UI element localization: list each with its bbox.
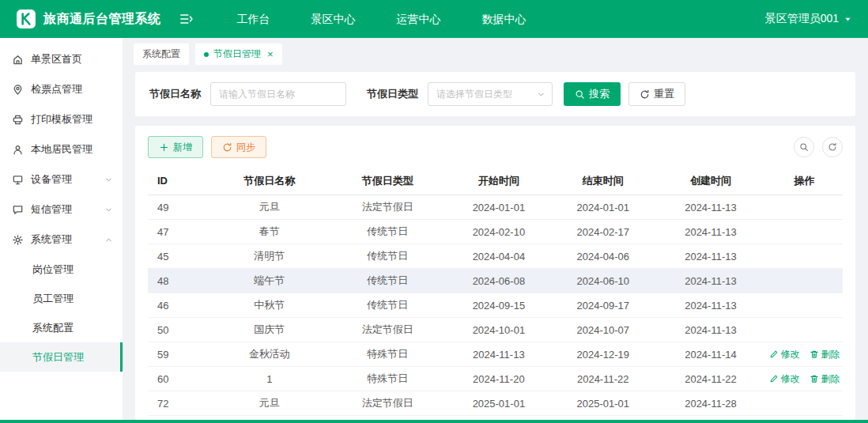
cell-id: 46 — [148, 300, 210, 312]
nav-item-2[interactable]: 景区中心 — [291, 0, 376, 38]
user-name: 景区管理员001 — [765, 12, 839, 26]
sidebar-menu: 单景区首页检票点管理打印模板管理本地居民管理设备管理短信管理系统管理岗位管理员工… — [0, 44, 123, 372]
holiday-name-input[interactable] — [210, 82, 346, 106]
sidebar-item[interactable]: 系统管理 — [0, 225, 123, 255]
cell-name: 元旦 — [210, 396, 328, 410]
edit-link-label: 修改 — [781, 372, 800, 386]
cell-id: 60 — [148, 373, 210, 385]
tab-bar: 系统配置节假日管理× — [123, 38, 868, 68]
table-row: 47春节传统节日2024-02-102024-02-172024-11-13 — [148, 220, 843, 244]
chevron-down-icon — [104, 176, 113, 184]
holiday-type-select[interactable]: 请选择节假日类型 — [428, 82, 553, 106]
cell-name: 端午节 — [210, 274, 328, 288]
delete-link[interactable]: 删除 — [810, 372, 840, 386]
sidebar: 单景区首页检票点管理打印模板管理本地居民管理设备管理短信管理系统管理岗位管理员工… — [0, 38, 123, 420]
table-row: 49元旦法定节假日2024-01-012024-01-012024-11-13 — [148, 195, 843, 220]
cell-name: 国庆节 — [210, 323, 328, 337]
cell-created: 2024-11-22 — [655, 373, 767, 385]
cell-start: 2024-06-08 — [447, 275, 551, 287]
menu-collapse-icon[interactable] — [179, 12, 193, 26]
bottom-accent-bar — [0, 420, 868, 423]
table-search-button[interactable] — [794, 137, 814, 157]
cell-type: 传统节日 — [329, 274, 447, 288]
search-icon — [799, 142, 809, 152]
sidebar-item-label: 单景区首页 — [31, 52, 113, 66]
cell-id: 50 — [148, 324, 210, 336]
cell-id: 48 — [148, 275, 210, 287]
cell-end: 2024-04-06 — [551, 251, 655, 262]
sidebar-item[interactable]: 短信管理 — [0, 195, 123, 225]
cell-start: 2024-04-04 — [447, 251, 551, 262]
sidebar-item[interactable]: 打印模板管理 — [0, 104, 123, 134]
cell-id: 49 — [148, 202, 210, 213]
cell-created: 2024-11-14 — [655, 349, 767, 361]
cell-end: 2024-01-01 — [551, 202, 655, 213]
reset-button[interactable]: 重置 — [628, 82, 685, 106]
table-refresh-button[interactable] — [822, 137, 843, 157]
sidebar-subitem[interactable]: 岗位管理 — [0, 255, 123, 284]
cell-type: 法定节假日 — [329, 200, 447, 214]
tab-label: 系统配置 — [142, 47, 180, 61]
sidebar-item-label: 系统管理 — [31, 232, 97, 247]
cell-end: 2024-09-17 — [551, 300, 655, 312]
holiday-type-label: 节假日类型 — [367, 87, 418, 101]
cell-start: 2025-01-01 — [447, 398, 551, 410]
table-row: 72元旦法定节假日2025-01-012025-01-012024-11-28 — [148, 391, 843, 416]
column-header: 结束时间 — [551, 174, 655, 188]
nav-item-1[interactable]: 工作台 — [217, 0, 291, 38]
delete-link-label: 删除 — [821, 348, 840, 361]
sidebar-subitem[interactable]: 员工管理 — [0, 284, 123, 313]
sidebar-subitem-label: 员工管理 — [32, 292, 74, 306]
nav-item-3[interactable]: 运营中心 — [376, 0, 462, 38]
cell-end: 2024-06-10 — [551, 275, 655, 287]
user-menu[interactable]: 景区管理员001 — [765, 12, 852, 26]
sidebar-item[interactable]: 本地居民管理 — [0, 134, 123, 164]
cell-created: 2024-11-28 — [655, 398, 767, 410]
tab-active-dot — [204, 52, 209, 57]
cell-id: 59 — [148, 349, 210, 361]
edit-icon — [769, 374, 779, 383]
main-content: 系统配置节假日管理× 节假日名称 节假日类型 请选择节假日类型 搜索 — [123, 38, 868, 420]
cell-type: 传统节日 — [329, 225, 447, 239]
cell-start: 2024-09-15 — [447, 300, 551, 312]
edit-link-label: 修改 — [781, 348, 800, 361]
search-icon — [575, 89, 585, 100]
cell-created: 2024-11-13 — [655, 202, 767, 213]
sidebar-subitem-label: 岗位管理 — [32, 262, 74, 277]
sidebar-item[interactable]: 检票点管理 — [0, 74, 123, 104]
refresh-icon — [640, 89, 650, 100]
cell-name: 春节 — [210, 225, 328, 239]
search-button[interactable]: 搜索 — [564, 82, 621, 106]
top-header: 旅商通后台管理系统 工作台景区中心运营中心数据中心 景区管理员001 — [0, 0, 868, 38]
edit-link[interactable]: 修改 — [769, 348, 800, 361]
table-toolbar: 新增 同步 — [148, 136, 843, 158]
sidebar-item[interactable]: 设备管理 — [0, 164, 123, 195]
cell-type: 法定节假日 — [329, 396, 447, 410]
sidebar-item[interactable]: 单景区首页 — [0, 44, 123, 74]
column-header: ID — [148, 175, 210, 187]
table-row: 45清明节传统节日2024-04-042024-04-062024-11-13 — [148, 244, 843, 269]
tab-inactive[interactable]: 系统配置 — [134, 43, 189, 65]
cell-name: 中秋节 — [210, 298, 328, 312]
sync-button[interactable]: 同步 — [211, 136, 266, 158]
cell-name: 1 — [210, 373, 328, 385]
add-button-label: 新增 — [173, 141, 192, 154]
person-icon — [12, 144, 24, 156]
sidebar-subitem[interactable]: 节假日管理 — [0, 342, 123, 372]
sidebar-subitem-label: 系统配置 — [32, 321, 74, 335]
edit-link[interactable]: 修改 — [769, 372, 800, 386]
reset-button-label: 重置 — [654, 87, 674, 101]
nav-item-4[interactable]: 数据中心 — [462, 0, 547, 38]
delete-link[interactable]: 删除 — [810, 348, 840, 361]
add-button[interactable]: 新增 — [148, 136, 203, 158]
sidebar-subitem[interactable]: 系统配置 — [0, 313, 123, 342]
cell-name: 金秋活动 — [210, 347, 328, 361]
tab-active[interactable]: 节假日管理× — [195, 43, 282, 65]
cell-start: 2024-11-20 — [447, 373, 551, 385]
cell-operations: 修改删除 — [766, 348, 843, 361]
cell-name: 清明节 — [210, 249, 328, 263]
cell-end: 2024-12-19 — [551, 349, 655, 361]
cell-type: 法定节假日 — [329, 323, 447, 337]
tab-close-icon[interactable]: × — [267, 49, 274, 59]
monitor-icon — [12, 174, 24, 186]
